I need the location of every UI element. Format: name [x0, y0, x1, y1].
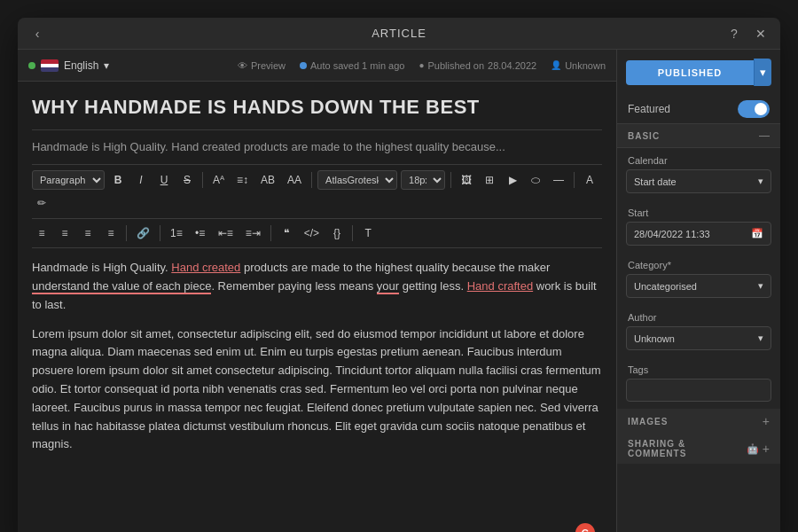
featured-toggle[interactable]	[738, 100, 770, 118]
font-size-button[interactable]: Aᴬ	[208, 170, 229, 190]
close-icon[interactable]: ✕	[752, 25, 770, 43]
back-icon[interactable]: ‹	[28, 25, 46, 43]
publish-dropdown-button[interactable]: ▾	[754, 59, 771, 86]
strikethrough-button[interactable]: S	[177, 170, 197, 190]
circle-icon: ●	[419, 60, 424, 70]
language-label: English	[64, 59, 98, 72]
article-excerpt[interactable]: Handmade is High Quality. Hand created p…	[32, 139, 602, 155]
article-title[interactable]: WHY HANDMADE IS HANDS DOWN THE BEST	[32, 96, 602, 119]
editor-panel: English ▾ 👁 Preview Auto saved 1 min ago…	[18, 50, 616, 532]
body-paragraph-1: Handmade is High Quality. Hand created p…	[32, 259, 602, 314]
language-selector[interactable]: English ▾	[28, 59, 109, 72]
sharing-section-header[interactable]: SHARING & COMMENTS 🤖 +	[617, 434, 780, 464]
font-size-select[interactable]: 18px	[401, 170, 445, 190]
window-title: ARTICLE	[372, 27, 426, 40]
link-hand-created[interactable]: Hand created	[171, 261, 240, 274]
preview-label: Preview	[251, 60, 286, 71]
indent-increase-button[interactable]: ≡⇥	[241, 223, 265, 243]
indent-decrease-button[interactable]: ⇤≡	[214, 223, 238, 243]
sharing-robot-icon: 🤖	[747, 443, 759, 455]
unordered-list-button[interactable]: •≡	[191, 223, 210, 243]
start-label: Start	[617, 200, 780, 222]
autosave-label: Auto saved 1 min ago	[310, 60, 404, 71]
justify-button[interactable]: ≡	[101, 223, 121, 243]
publish-main-button[interactable]: PUBLISHED	[626, 60, 754, 85]
toolbar-divider-2	[311, 172, 312, 188]
autosave-status: Auto saved 1 min ago	[300, 60, 404, 71]
clear-format-button[interactable]: T	[358, 223, 378, 243]
editor-body-wrapper: Handmade is High Quality. Hand created p…	[32, 248, 602, 532]
article-title-section: WHY HANDMADE IS HANDS DOWN THE BEST	[32, 82, 602, 130]
start-date-chevron: ▾	[758, 176, 763, 187]
divider-button[interactable]: —	[549, 170, 568, 190]
toolbar-divider-3	[450, 172, 451, 188]
sharing-section-title: SHARING & COMMENTS	[628, 439, 747, 458]
italic-button[interactable]: I	[131, 170, 151, 190]
code-button[interactable]: </>	[300, 223, 324, 243]
user-label: Unknown	[565, 60, 606, 71]
images-section-add-icon[interactable]: +	[763, 414, 770, 428]
body-paragraph-2: Lorem ipsum dolor sit amet, consectetur …	[32, 325, 602, 455]
highlight-button[interactable]: ✏	[32, 193, 51, 213]
images-section-title: IMAGES	[628, 417, 668, 426]
link-button[interactable]: 🔗	[132, 223, 154, 243]
eye-icon: 👁	[238, 60, 247, 71]
author-dropdown[interactable]: Unknown ▾	[626, 326, 771, 350]
toolbar-divider-8	[352, 225, 353, 241]
font-size-aa-button[interactable]: AA	[283, 170, 306, 190]
author-label: Author	[617, 305, 780, 326]
line-height-button[interactable]: ≡↕	[232, 170, 253, 190]
font-color-button[interactable]: A	[580, 170, 599, 190]
start-date-dropdown[interactable]: Start date ▾	[626, 169, 771, 193]
user-icon: 👤	[551, 60, 561, 70]
letter-spacing-button[interactable]: AB	[256, 170, 279, 190]
category-value: Uncategorised	[634, 281, 697, 292]
user-info: 👤 Unknown	[551, 60, 606, 71]
calendar-icon: 📅	[751, 228, 763, 239]
link-hand-crafted[interactable]: Hand crafted	[467, 279, 533, 293]
align-center-button[interactable]: ≡	[55, 223, 74, 243]
basic-section-header[interactable]: BASIC —	[617, 123, 780, 148]
published-label: Published on	[427, 60, 484, 71]
app-window: ‹ ARTICLE ? ✕ English ▾ 👁 Prev	[18, 18, 780, 532]
image-button[interactable]: 🖼	[457, 170, 476, 190]
highlight-understand: understand the value of each piece	[32, 279, 211, 294]
help-icon[interactable]: ?	[725, 25, 743, 43]
category-label: Category*	[617, 253, 780, 274]
start-date-placeholder: Start date	[634, 176, 677, 187]
title-bar: ‹ ARTICLE ? ✕	[18, 18, 780, 50]
align-right-button[interactable]: ≡	[78, 223, 98, 243]
category-dropdown[interactable]: Uncategorised ▾	[626, 274, 771, 298]
editor-content: WHY HANDMADE IS HANDS DOWN THE BEST Hand…	[18, 82, 616, 532]
author-chevron: ▾	[758, 332, 763, 344]
sharing-section-add-icon[interactable]: +	[763, 442, 770, 456]
toolbar-divider-4	[574, 172, 575, 188]
right-sidebar: PUBLISHED ▾ Featured BASIC — Calendar St…	[616, 50, 780, 532]
editor-header: English ▾ 👁 Preview Auto saved 1 min ago…	[18, 50, 616, 82]
content-area: English ▾ 👁 Preview Auto saved 1 min ago…	[18, 50, 780, 532]
images-section-header[interactable]: IMAGES +	[617, 409, 780, 434]
quote-button[interactable]: ❝	[277, 223, 296, 243]
article-body[interactable]: Handmade is High Quality. Hand created p…	[32, 248, 602, 532]
article-excerpt-section: Handmade is High Quality. Hand created p…	[32, 130, 602, 165]
html-button[interactable]: {}	[327, 223, 347, 243]
published-date: 28.04.2022	[488, 60, 536, 71]
start-date-field[interactable]: 28/04/2022 11:33 📅	[626, 222, 771, 246]
featured-label: Featured	[628, 103, 670, 115]
align-left-button[interactable]: ≡	[32, 223, 51, 243]
pill-button[interactable]: ⬭	[526, 170, 545, 190]
toolbar-divider-1	[202, 172, 203, 188]
start-date-value: 28/04/2022 11:33	[634, 229, 710, 239]
table-button[interactable]: ⊞	[480, 170, 499, 190]
flag-icon	[41, 59, 59, 72]
font-name-select[interactable]: AtlasGrotesk...	[317, 170, 397, 190]
preview-btn[interactable]: 👁 Preview	[238, 60, 286, 71]
author-value: Unknown	[634, 333, 675, 344]
bold-button[interactable]: B	[108, 170, 128, 190]
ordered-list-button[interactable]: 1≡	[166, 223, 187, 243]
tags-input[interactable]	[626, 379, 771, 402]
basic-section-collapse-icon: —	[759, 129, 770, 142]
underline-button[interactable]: U	[154, 170, 174, 190]
video-button[interactable]: ▶	[503, 170, 522, 190]
paragraph-select[interactable]: Paragraph	[32, 170, 105, 190]
